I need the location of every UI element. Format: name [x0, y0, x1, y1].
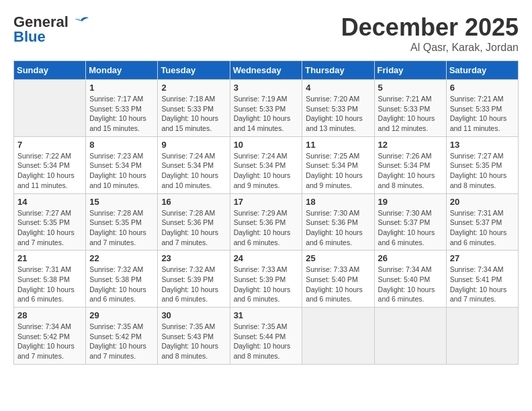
calendar-cell: 15Sunrise: 7:28 AM Sunset: 5:35 PM Dayli…: [86, 193, 158, 250]
calendar-cell: 13Sunrise: 7:27 AM Sunset: 5:35 PM Dayli…: [446, 136, 518, 193]
day-number: 10: [234, 140, 299, 150]
day-number: 15: [89, 197, 154, 207]
day-number: 26: [378, 253, 443, 263]
day-info: Sunrise: 7:21 AM Sunset: 5:33 PM Dayligh…: [450, 94, 515, 134]
day-number: 1: [89, 83, 154, 93]
day-number: 28: [17, 310, 82, 320]
weekday-header-monday: Monday: [86, 61, 158, 80]
day-info: Sunrise: 7:34 AM Sunset: 5:42 PM Dayligh…: [17, 322, 82, 361]
logo: General Blue: [13, 13, 90, 46]
day-number: 29: [89, 310, 154, 320]
calendar-cell: 31Sunrise: 7:35 AM Sunset: 5:44 PM Dayli…: [230, 308, 302, 365]
calendar-cell: 28Sunrise: 7:34 AM Sunset: 5:42 PM Dayli…: [14, 308, 86, 365]
calendar-cell: 23Sunrise: 7:32 AM Sunset: 5:39 PM Dayli…: [158, 250, 230, 308]
day-number: 17: [234, 197, 299, 207]
day-info: Sunrise: 7:35 AM Sunset: 5:42 PM Dayligh…: [89, 322, 154, 361]
calendar-cell: 10Sunrise: 7:24 AM Sunset: 5:34 PM Dayli…: [230, 136, 302, 193]
day-number: 13: [450, 140, 515, 150]
day-info: Sunrise: 7:19 AM Sunset: 5:33 PM Dayligh…: [234, 94, 299, 134]
weekday-header-wednesday: Wednesday: [230, 61, 302, 80]
calendar-cell: 9Sunrise: 7:24 AM Sunset: 5:34 PM Daylig…: [158, 136, 230, 193]
day-number: 24: [234, 253, 299, 263]
day-info: Sunrise: 7:35 AM Sunset: 5:44 PM Dayligh…: [234, 322, 299, 361]
calendar-cell: 2Sunrise: 7:18 AM Sunset: 5:33 PM Daylig…: [158, 80, 230, 137]
day-number: 7: [17, 140, 82, 150]
calendar-cell: 24Sunrise: 7:33 AM Sunset: 5:39 PM Dayli…: [230, 250, 302, 308]
calendar-cell: [374, 308, 446, 365]
day-number: 27: [450, 253, 515, 263]
calendar-cell: 25Sunrise: 7:33 AM Sunset: 5:40 PM Dayli…: [302, 250, 374, 308]
calendar-cell: 7Sunrise: 7:22 AM Sunset: 5:34 PM Daylig…: [14, 136, 86, 193]
day-number: 21: [17, 253, 82, 263]
day-info: Sunrise: 7:21 AM Sunset: 5:33 PM Dayligh…: [378, 94, 443, 134]
day-info: Sunrise: 7:23 AM Sunset: 5:34 PM Dayligh…: [89, 151, 154, 191]
day-info: Sunrise: 7:31 AM Sunset: 5:38 PM Dayligh…: [17, 265, 82, 304]
day-info: Sunrise: 7:33 AM Sunset: 5:39 PM Dayligh…: [234, 265, 299, 304]
page-header: General Blue December 2025 Al Qasr, Kara…: [13, 13, 519, 54]
weekday-header-tuesday: Tuesday: [158, 61, 230, 80]
calendar-cell: 5Sunrise: 7:21 AM Sunset: 5:33 PM Daylig…: [374, 80, 446, 137]
calendar-cell: 27Sunrise: 7:34 AM Sunset: 5:41 PM Dayli…: [446, 250, 518, 308]
day-info: Sunrise: 7:25 AM Sunset: 5:34 PM Dayligh…: [306, 151, 370, 191]
day-info: Sunrise: 7:26 AM Sunset: 5:34 PM Dayligh…: [378, 151, 443, 191]
calendar-cell: 4Sunrise: 7:20 AM Sunset: 5:33 PM Daylig…: [302, 80, 374, 137]
calendar-cell: [446, 308, 518, 365]
day-number: 9: [161, 140, 226, 150]
day-info: Sunrise: 7:24 AM Sunset: 5:34 PM Dayligh…: [234, 151, 299, 191]
day-number: 19: [378, 197, 443, 207]
day-info: Sunrise: 7:34 AM Sunset: 5:40 PM Dayligh…: [378, 265, 443, 304]
day-number: 4: [306, 83, 370, 93]
day-info: Sunrise: 7:27 AM Sunset: 5:35 PM Dayligh…: [450, 151, 515, 191]
day-number: 22: [89, 253, 154, 263]
calendar-cell: 22Sunrise: 7:32 AM Sunset: 5:38 PM Dayli…: [86, 250, 158, 308]
day-number: 16: [161, 197, 226, 207]
logo-bird-icon: [71, 15, 90, 30]
calendar-cell: 20Sunrise: 7:31 AM Sunset: 5:37 PM Dayli…: [446, 193, 518, 250]
month-title: December 2025: [341, 13, 519, 42]
day-number: 3: [234, 83, 299, 93]
calendar-cell: 8Sunrise: 7:23 AM Sunset: 5:34 PM Daylig…: [86, 136, 158, 193]
day-number: 18: [306, 197, 370, 207]
day-number: 8: [89, 140, 154, 150]
day-info: Sunrise: 7:32 AM Sunset: 5:38 PM Dayligh…: [89, 265, 154, 304]
day-info: Sunrise: 7:30 AM Sunset: 5:36 PM Dayligh…: [306, 208, 370, 248]
day-info: Sunrise: 7:27 AM Sunset: 5:35 PM Dayligh…: [17, 208, 82, 248]
calendar-cell: 19Sunrise: 7:30 AM Sunset: 5:37 PM Dayli…: [374, 193, 446, 250]
day-number: 25: [306, 253, 370, 263]
calendar-cell: 30Sunrise: 7:35 AM Sunset: 5:43 PM Dayli…: [158, 308, 230, 365]
day-info: Sunrise: 7:34 AM Sunset: 5:41 PM Dayligh…: [450, 265, 515, 304]
title-section: December 2025 Al Qasr, Karak, Jordan: [341, 13, 519, 54]
weekday-header-thursday: Thursday: [302, 61, 374, 80]
day-number: 31: [234, 310, 299, 320]
calendar-cell: [302, 308, 374, 365]
calendar-cell: 16Sunrise: 7:28 AM Sunset: 5:36 PM Dayli…: [158, 193, 230, 250]
day-number: 12: [378, 140, 443, 150]
day-info: Sunrise: 7:30 AM Sunset: 5:37 PM Dayligh…: [378, 208, 443, 248]
weekday-header-saturday: Saturday: [446, 61, 518, 80]
day-info: Sunrise: 7:29 AM Sunset: 5:36 PM Dayligh…: [234, 208, 299, 248]
calendar-cell: 17Sunrise: 7:29 AM Sunset: 5:36 PM Dayli…: [230, 193, 302, 250]
day-info: Sunrise: 7:20 AM Sunset: 5:33 PM Dayligh…: [306, 94, 370, 134]
calendar-cell: 21Sunrise: 7:31 AM Sunset: 5:38 PM Dayli…: [14, 250, 86, 308]
weekday-header-sunday: Sunday: [14, 61, 86, 80]
location: Al Qasr, Karak, Jordan: [341, 42, 519, 54]
day-number: 30: [161, 310, 226, 320]
day-number: 14: [17, 197, 82, 207]
day-number: 5: [378, 83, 443, 93]
weekday-header-friday: Friday: [374, 61, 446, 80]
day-info: Sunrise: 7:32 AM Sunset: 5:39 PM Dayligh…: [161, 265, 226, 304]
calendar-cell: 18Sunrise: 7:30 AM Sunset: 5:36 PM Dayli…: [302, 193, 374, 250]
calendar-cell: [14, 80, 86, 137]
day-info: Sunrise: 7:22 AM Sunset: 5:34 PM Dayligh…: [17, 151, 82, 191]
day-number: 6: [450, 83, 515, 93]
day-number: 2: [161, 83, 226, 93]
calendar-cell: 12Sunrise: 7:26 AM Sunset: 5:34 PM Dayli…: [374, 136, 446, 193]
day-info: Sunrise: 7:18 AM Sunset: 5:33 PM Dayligh…: [161, 94, 226, 134]
day-info: Sunrise: 7:24 AM Sunset: 5:34 PM Dayligh…: [161, 151, 226, 191]
calendar-cell: 11Sunrise: 7:25 AM Sunset: 5:34 PM Dayli…: [302, 136, 374, 193]
day-number: 20: [450, 197, 515, 207]
calendar-cell: 14Sunrise: 7:27 AM Sunset: 5:35 PM Dayli…: [14, 193, 86, 250]
calendar-cell: 26Sunrise: 7:34 AM Sunset: 5:40 PM Dayli…: [374, 250, 446, 308]
day-number: 11: [306, 140, 370, 150]
day-info: Sunrise: 7:28 AM Sunset: 5:35 PM Dayligh…: [89, 208, 154, 248]
